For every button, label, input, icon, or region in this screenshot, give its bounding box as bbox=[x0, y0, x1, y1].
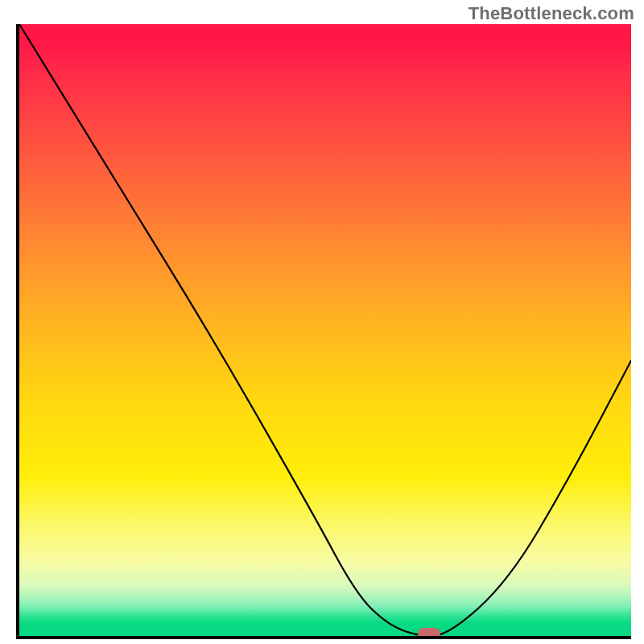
optimal-point-marker bbox=[418, 628, 440, 639]
bottleneck-curve bbox=[19, 24, 631, 636]
chart-container: TheBottleneck.com bbox=[0, 0, 644, 644]
watermark-text: TheBottleneck.com bbox=[469, 3, 634, 24]
curve-path bbox=[19, 24, 631, 636]
plot-area bbox=[16, 24, 631, 639]
